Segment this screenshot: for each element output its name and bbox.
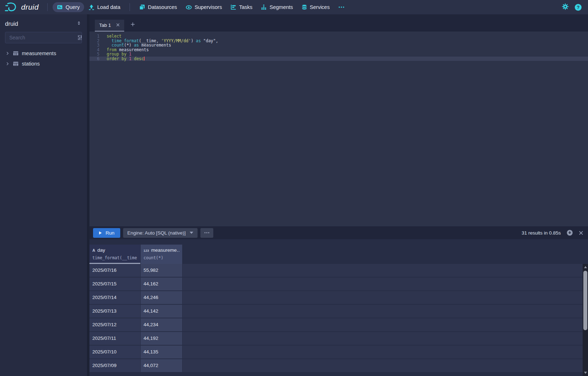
cell-day[interactable]: 2025/07/12 [89, 318, 140, 331]
table-row: 2025/07/1144,192 [89, 332, 583, 345]
run-button[interactable]: Run [93, 228, 120, 238]
settings-button[interactable] [562, 3, 569, 11]
nav-item-segments[interactable]: Segments [257, 2, 297, 12]
app-logotype: druid [21, 3, 39, 11]
druid-logo[interactable]: druid [4, 2, 39, 13]
row-filler [183, 346, 588, 358]
line-number: 5 [89, 52, 99, 57]
schema-selector[interactable]: druid [0, 14, 87, 32]
cell-measurements[interactable]: 44,162 [141, 278, 182, 290]
cell-day[interactable]: 2025/07/15 [89, 278, 140, 290]
schema-name: druid [5, 20, 18, 27]
table-row: 2025/07/1655,982 [89, 264, 583, 277]
sidebar-table-measurements[interactable]: measurements [0, 48, 87, 58]
triangle-down-icon [584, 372, 587, 374]
engine-select[interactable]: Engine: Auto [SQL (native)] [123, 228, 198, 238]
gear-icon [562, 3, 569, 11]
console-icon [57, 4, 63, 10]
cell-day[interactable]: 2025/07/10 [89, 346, 140, 358]
nav-item-label: Datasources [148, 4, 177, 10]
cell-measurements[interactable]: 44,234 [141, 318, 182, 331]
tab-query-1[interactable]: Tab 1 [95, 20, 124, 32]
nav-item-label: Tasks [239, 4, 252, 10]
cell-day[interactable]: 2025/07/16 [89, 264, 140, 277]
cell-day[interactable]: 2025/07/13 [89, 305, 140, 318]
schema-sidebar: druid measurementsstations [0, 14, 87, 376]
chevron-right-icon[interactable] [5, 62, 10, 66]
cell-measurements[interactable]: 44,142 [141, 305, 182, 318]
result-status: 31 results in 0.85s [521, 230, 561, 236]
nav-item-more[interactable] [334, 2, 349, 12]
row-filler [183, 332, 588, 345]
table-row: 2025/07/0944,072 [89, 359, 583, 372]
column-filter-icon[interactable] [77, 35, 83, 40]
results-body: 2025/07/1655,9822025/07/1544,1622025/07/… [89, 264, 583, 372]
double-caret-icon [76, 20, 82, 27]
close-results-button[interactable] [579, 231, 583, 235]
result-status-area: 31 results in 0.85s [521, 230, 588, 236]
close-icon [116, 23, 120, 28]
scroll-down-button[interactable] [583, 370, 588, 375]
close-icon [579, 231, 583, 235]
query-more-button[interactable] [200, 228, 213, 238]
column-name: measureme… [151, 247, 179, 253]
top-nav: druid QueryLoad dataDatasourcesSuperviso… [0, 0, 588, 14]
run-bar: Run Engine: Auto [SQL (native)] 31 resul… [89, 226, 588, 239]
cell-measurements[interactable]: 44,246 [141, 291, 182, 304]
download-icon [567, 230, 573, 236]
cell-measurements[interactable]: 44,135 [141, 346, 182, 358]
nav-items: QueryLoad dataDatasourcesSupervisorsTask… [53, 0, 349, 14]
scrollbar-thumb[interactable] [583, 271, 587, 330]
tab-close-button[interactable] [116, 23, 120, 28]
database-icon [302, 4, 307, 10]
eye-icon [186, 4, 192, 10]
ellipsis-icon [204, 230, 210, 235]
table-row: 2025/07/1044,135 [89, 346, 583, 358]
cell-measurements[interactable]: 44,072 [141, 359, 182, 372]
sidebar-table-stations[interactable]: stations [0, 58, 87, 69]
search-input[interactable] [9, 34, 75, 41]
druid-logo-icon [4, 2, 18, 13]
row-filler [183, 264, 588, 277]
caret-down-icon [190, 232, 193, 234]
table-row: 2025/07/1344,142 [89, 305, 583, 318]
results-table: Adaytime_format(__time,…123measureme…cou… [89, 245, 583, 376]
cell-day[interactable]: 2025/07/14 [89, 291, 140, 304]
query-tab-strip: Tab 1 [89, 14, 588, 32]
table-tree: measurementsstations [0, 48, 87, 69]
column-header-day[interactable]: Adaytime_format(__time,… [89, 245, 140, 264]
column-header-measureme-[interactable]: 123measureme…count(*) [141, 245, 182, 264]
cell-day[interactable]: 2025/07/09 [89, 359, 140, 372]
chevron-right-icon[interactable] [5, 51, 10, 56]
download-results-button[interactable] [567, 230, 573, 236]
nav-right-controls: ? [562, 3, 584, 11]
line-number: 6 [89, 57, 99, 61]
row-filler [183, 278, 588, 290]
panel-divider [87, 14, 89, 376]
results-panel: Adaytime_format(__time,…123measureme…cou… [89, 239, 588, 376]
cell-measurements[interactable]: 44,192 [141, 332, 182, 345]
add-tab-button[interactable] [130, 22, 135, 28]
column-type-icon: 123 [144, 249, 149, 252]
line-number: 3 [89, 43, 99, 48]
nav-item-datasources[interactable]: Datasources [135, 2, 181, 12]
cell-day[interactable]: 2025/07/11 [89, 332, 140, 345]
nav-item-load-data[interactable]: Load data [84, 2, 125, 13]
sql-editor[interactable]: 123456 select time_format(__time, 'YYYY/… [89, 32, 588, 226]
help-button[interactable]: ? [575, 4, 582, 11]
cell-measurements[interactable]: 55,982 [141, 264, 182, 277]
nav-item-supervisors[interactable]: Supervisors [181, 2, 227, 13]
nav-item-tasks[interactable]: Tasks [226, 2, 257, 12]
table-row: 2025/07/1444,246 [89, 291, 583, 304]
nav-item-label: Segments [269, 4, 293, 10]
nav-item-label: Supervisors [195, 4, 222, 10]
row-filler [183, 318, 588, 331]
scroll-up-button[interactable] [583, 265, 588, 270]
datasources-icon [139, 4, 145, 10]
results-scrollbar[interactable] [583, 264, 588, 376]
plus-icon [130, 22, 135, 28]
nav-item-services[interactable]: Services [297, 2, 334, 12]
nav-item-query[interactable]: Query [53, 2, 84, 12]
sql-code: select time_format(__time, 'YYYY/MM/dd')… [107, 34, 218, 61]
gantt-icon [230, 4, 236, 10]
